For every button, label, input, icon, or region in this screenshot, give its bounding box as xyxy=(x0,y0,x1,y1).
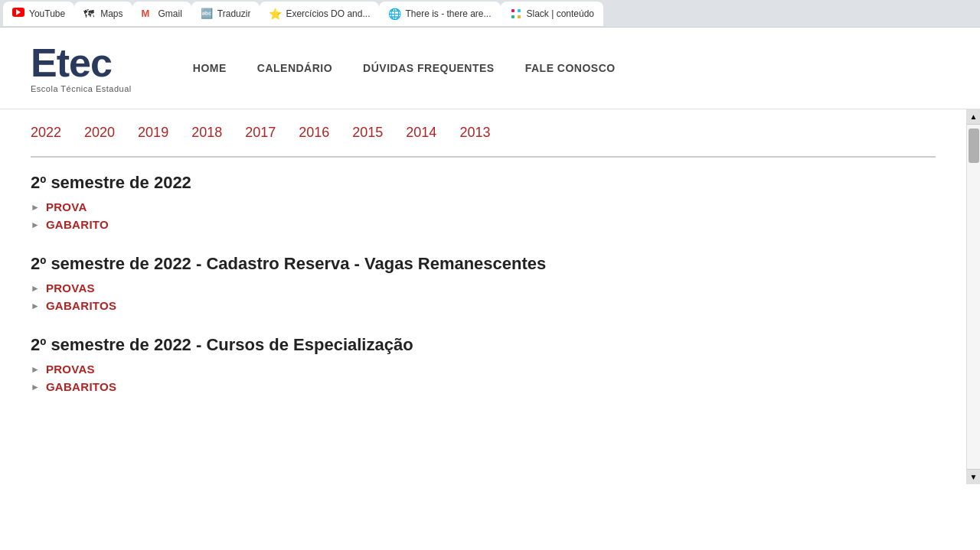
year-link-2017[interactable]: 2017 xyxy=(245,125,276,141)
logo-area: Etec Escola Técnica Estadual xyxy=(31,43,132,93)
svg-rect-0 xyxy=(511,9,514,12)
list-item: ► PROVAS xyxy=(31,282,936,295)
link-provas-3[interactable]: PROVAS xyxy=(46,363,95,376)
link-gabaritos-3[interactable]: GABARITOS xyxy=(46,380,116,393)
nav-calendario[interactable]: CALENDÁRIO xyxy=(257,62,332,74)
list-item: ► PROVAS xyxy=(31,363,936,376)
translate-icon: 🔤 xyxy=(201,8,213,20)
scrollbar-track[interactable] xyxy=(967,125,980,484)
section-block-1: 2º semestre de 2022 ► PROVA ► GABARITO xyxy=(31,173,936,231)
tab-maps[interactable]: 🗺 Maps xyxy=(74,2,132,26)
year-link-2014[interactable]: 2014 xyxy=(406,125,436,141)
main-content: 2022 2020 2019 2018 2017 2016 2015 2014 … xyxy=(0,109,966,484)
scrollbar-thumb[interactable] xyxy=(969,129,979,163)
link-gabarito-1[interactable]: GABARITO xyxy=(46,218,109,231)
chevron-right-icon: ► xyxy=(31,382,40,392)
list-item: ► GABARITOS xyxy=(31,380,936,393)
chevron-right-icon: ► xyxy=(31,284,40,293)
scrollbar-arrow-up[interactable]: ▲ xyxy=(967,109,980,125)
scrollbar-arrow-down[interactable]: ▼ xyxy=(967,469,980,484)
section-links-2: ► PROVAS ► GABARITOS xyxy=(31,282,936,312)
tab-exercicios[interactable]: ⭐ Exercícios DO and... xyxy=(260,2,379,26)
nav-duvidas[interactable]: DÚVIDAS FREQUENTES xyxy=(363,62,495,74)
nav-fale[interactable]: FALE CONOSCO xyxy=(525,62,616,74)
chevron-right-icon: ► xyxy=(31,203,40,212)
section-title-3: 2º semestre de 2022 - Cursos de Especial… xyxy=(31,335,936,355)
section-title-2: 2º semestre de 2022 - Cadastro Reserva -… xyxy=(31,254,936,274)
year-link-2022[interactable]: 2022 xyxy=(31,125,61,141)
tab-youtube-label: YouTube xyxy=(29,8,65,19)
scrollbar[interactable]: ▲ ▼ xyxy=(966,109,980,484)
gmail-icon: M xyxy=(142,8,154,20)
section-block-2: 2º semestre de 2022 - Cadastro Reserva -… xyxy=(31,254,936,312)
logo-text: Etec xyxy=(31,43,132,83)
link-provas-2[interactable]: PROVAS xyxy=(46,282,95,295)
link-prova-1[interactable]: PROVA xyxy=(46,200,87,213)
maps-icon: 🗺 xyxy=(83,8,96,20)
slack-icon xyxy=(510,8,522,20)
year-link-2019[interactable]: 2019 xyxy=(138,125,168,141)
tab-traduzir-label: Traduzir xyxy=(217,8,251,19)
nav-home[interactable]: HOME xyxy=(193,62,227,74)
tab-exercicios-label: Exercícios DO and... xyxy=(286,8,370,19)
logo-sub: Escola Técnica Estadual xyxy=(31,84,132,93)
link-gabaritos-2[interactable]: GABARITOS xyxy=(46,299,116,312)
svg-rect-3 xyxy=(518,15,521,18)
tab-maps-label: Maps xyxy=(100,8,122,19)
tab-slack[interactable]: Slack | conteúdo xyxy=(501,2,604,26)
list-item: ► PROVA xyxy=(31,200,936,213)
globe-icon: 🌐 xyxy=(388,8,400,20)
section-links-1: ► PROVA ► GABARITO xyxy=(31,200,936,231)
section-links-3: ► PROVAS ► GABARITOS xyxy=(31,363,936,393)
tab-slack-label: Slack | conteúdo xyxy=(527,8,595,19)
tab-gmail-label: Gmail xyxy=(158,8,182,19)
chevron-right-icon: ► xyxy=(31,365,40,374)
year-link-2020[interactable]: 2020 xyxy=(84,125,115,141)
tab-there-is-label: There is - there are... xyxy=(405,8,491,19)
section-block-3: 2º semestre de 2022 - Cursos de Especial… xyxy=(31,335,936,393)
chevron-right-icon: ► xyxy=(31,301,40,311)
main-nav: HOME CALENDÁRIO DÚVIDAS FREQUENTES FALE … xyxy=(193,62,616,74)
svg-rect-1 xyxy=(518,9,521,12)
list-item: ► GABARITO xyxy=(31,218,936,231)
tab-traduzir[interactable]: 🔤 Traduzir xyxy=(191,2,260,26)
browser-tab-bar: YouTube 🗺 Maps M Gmail 🔤 Traduzir ⭐ Exer… xyxy=(0,0,980,28)
chevron-right-icon: ► xyxy=(31,220,40,229)
sections-list: 2º semestre de 2022 ► PROVA ► GABARITO 2… xyxy=(31,158,936,431)
svg-rect-2 xyxy=(511,15,514,18)
section-title-1: 2º semestre de 2022 xyxy=(31,173,936,193)
site-header: Etec Escola Técnica Estadual HOME CALEND… xyxy=(0,28,980,109)
youtube-icon xyxy=(12,8,24,20)
year-link-2013[interactable]: 2013 xyxy=(459,125,490,141)
star-icon: ⭐ xyxy=(269,8,281,20)
year-nav: 2022 2020 2019 2018 2017 2016 2015 2014 … xyxy=(31,109,936,158)
tab-gmail[interactable]: M Gmail xyxy=(132,2,191,26)
tab-youtube[interactable]: YouTube xyxy=(3,2,74,26)
list-item: ► GABARITOS xyxy=(31,299,936,312)
year-link-2016[interactable]: 2016 xyxy=(299,125,329,141)
tab-there-is[interactable]: 🌐 There is - there are... xyxy=(379,2,500,26)
content-wrapper: 2022 2020 2019 2018 2017 2016 2015 2014 … xyxy=(0,109,980,484)
year-link-2018[interactable]: 2018 xyxy=(191,125,222,141)
year-link-2015[interactable]: 2015 xyxy=(352,125,383,141)
